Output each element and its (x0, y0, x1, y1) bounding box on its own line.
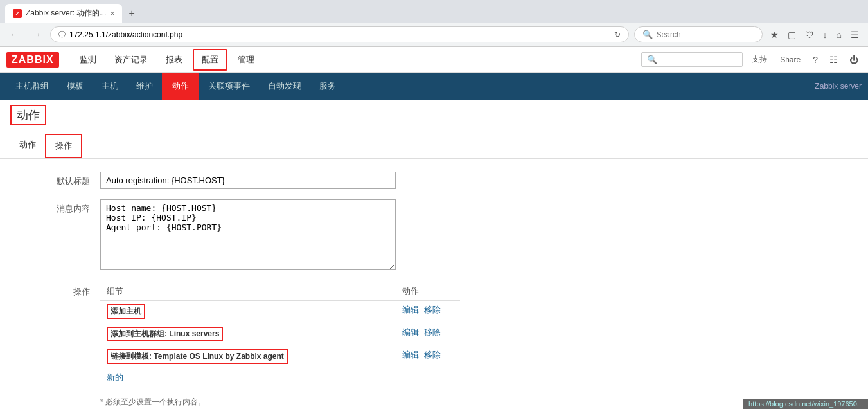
form-content: 默认标题 消息内容 Host name: {HOST.HOST} Host IP… (0, 159, 868, 409)
subnav-hostgroups[interactable]: 主机群组 (6, 74, 58, 98)
header-search-icon: 🔍 (647, 55, 657, 64)
op-edit-2[interactable]: 编辑 (402, 327, 419, 337)
tabs-bar: 动作 操作 (0, 134, 868, 159)
nav-item-admin[interactable]: 管理 (230, 50, 262, 69)
nav-item-monitor[interactable]: 监测 (72, 50, 104, 69)
zabbix-logo: ZABBIX (6, 52, 59, 68)
page-title: 动作 (10, 105, 46, 125)
op-item-2: 添加到主机群组: Linux servers (107, 327, 223, 341)
browser-search-input[interactable] (657, 30, 754, 39)
table-row: 添加主机 编辑 移除 (100, 301, 460, 324)
nav-item-assets[interactable]: 资产记录 (107, 50, 155, 69)
subnav-hosts[interactable]: 主机 (93, 74, 127, 98)
operations-table: 细节 动作 添加主机 编辑 移除 (100, 282, 460, 386)
search-icon: 🔍 (642, 30, 653, 39)
message-content-row: 消息内容 Host name: {HOST.HOST} Host IP: {HO… (10, 199, 858, 272)
browser-nav-bar: ← → ⓘ ↻ 🔍 ★ ▢ 🛡 ↓ ⌂ ☰ (0, 23, 868, 46)
logout-icon[interactable]: ⏻ (846, 53, 862, 66)
message-content-textarea[interactable]: Host name: {HOST.HOST} Host IP: {HOST.IP… (100, 199, 396, 270)
address-input[interactable] (69, 30, 610, 39)
nav-item-config[interactable]: 配置 (193, 49, 227, 71)
op-edit-1[interactable]: 编辑 (402, 305, 419, 314)
col-header-detail: 细节 (100, 282, 396, 301)
op-actions-1: 编辑 移除 (396, 301, 460, 324)
default-title-input[interactable] (100, 172, 396, 189)
subnav-templates[interactable]: 模板 (58, 74, 93, 98)
header-search-input[interactable] (660, 55, 737, 64)
default-title-label: 默认标题 (10, 172, 100, 187)
col-header-action: 动作 (396, 282, 460, 301)
tab-operations[interactable]: 操作 (45, 134, 82, 158)
app-header: ZABBIX 监测 资产记录 报表 配置 管理 🔍 支持 Share ? ☷ ⏻ (0, 47, 868, 73)
new-link-cell: 新的 (100, 368, 460, 386)
new-link-row: 新的 (100, 368, 460, 386)
subnav-maintenance[interactable]: 维护 (127, 74, 162, 98)
home-icon[interactable]: ⌂ (834, 28, 844, 41)
message-content-label: 消息内容 (10, 199, 100, 215)
subnav-autodiscovery[interactable]: 自动发现 (259, 74, 310, 98)
tab-title: Zabbix server: 动作的... (26, 8, 106, 19)
share-button[interactable]: Share (776, 54, 804, 66)
subnav-correlated-events[interactable]: 关联项事件 (199, 74, 259, 98)
browser-chrome: Z Zabbix server: 动作的... × + ← → ⓘ ↻ 🔍 ★ … (0, 0, 868, 47)
op-detail-3: 链接到模板: Template OS Linux by Zabbix agent (100, 346, 396, 368)
lock-icon: ⓘ (58, 30, 66, 39)
op-edit-3[interactable]: 编辑 (402, 350, 419, 359)
default-title-field (100, 172, 858, 189)
menu-icon[interactable]: ☰ (848, 28, 862, 41)
operations-label: 操作 (10, 282, 100, 298)
op-item-1: 添加主机 (107, 304, 145, 319)
op-detail-1: 添加主机 (100, 301, 396, 324)
table-row: 链接到模板: Template OS Linux by Zabbix agent… (100, 346, 460, 368)
op-item-3: 链接到模板: Template OS Linux by Zabbix agent (107, 349, 288, 364)
main-nav: 监测 资产记录 报表 配置 管理 (72, 49, 642, 71)
server-label: Zabbix server (815, 75, 862, 97)
op-remove-1[interactable]: 移除 (424, 305, 441, 314)
default-title-row: 默认标题 (10, 172, 858, 189)
operations-table-wrapper: 细节 动作 添加主机 编辑 移除 (100, 282, 858, 386)
user-icon[interactable]: ☷ (826, 53, 841, 66)
browser-search-bar: 🔍 (634, 26, 763, 42)
tab-close-button[interactable]: × (110, 9, 114, 18)
tab-favicon: Z (13, 9, 22, 18)
new-tab-button[interactable]: + (125, 6, 138, 21)
back-button[interactable]: ← (6, 28, 23, 42)
table-row: 添加到主机群组: Linux servers 编辑 移除 (100, 323, 460, 346)
download-icon[interactable]: ↓ (820, 28, 830, 41)
message-content-field: Host name: {HOST.HOST} Host IP: {HOST.IP… (100, 199, 858, 272)
op-remove-2[interactable]: 移除 (424, 327, 441, 337)
op-actions-2: 编辑 移除 (396, 323, 460, 346)
browser-nav-icons: ★ ▢ 🛡 ↓ ⌂ ☰ (768, 28, 862, 41)
reader-icon[interactable]: ▢ (785, 28, 799, 41)
tab-actions[interactable]: 动作 (10, 134, 45, 158)
help-icon[interactable]: ? (810, 53, 821, 66)
op-actions-3: 编辑 移除 (396, 346, 460, 368)
new-operation-link[interactable]: 新的 (107, 372, 123, 382)
subnav-actions[interactable]: 动作 (162, 73, 199, 100)
bookmark-icon[interactable]: ★ (768, 28, 781, 41)
forward-button[interactable]: → (28, 28, 45, 42)
operations-row: 操作 细节 动作 添加主机 编辑 移除 (10, 282, 858, 386)
status-bar: https://blog.csdn.net/wixin_197650... (743, 399, 868, 409)
op-detail-2: 添加到主机群组: Linux servers (100, 323, 396, 346)
browser-tab-bar: Z Zabbix server: 动作的... × + (0, 0, 868, 23)
header-search: 🔍 (641, 52, 743, 67)
subnav-services[interactable]: 服务 (310, 74, 345, 98)
nav-item-reports[interactable]: 报表 (158, 50, 190, 69)
page-title-bar: 动作 (0, 100, 868, 131)
sub-nav: 主机群组 模板 主机 维护 动作 关联项事件 自动发现 服务 Zabbix se… (0, 73, 868, 100)
support-button[interactable]: 支持 (748, 53, 771, 66)
browser-tab[interactable]: Z Zabbix server: 动作的... × (5, 4, 122, 23)
address-bar: ⓘ ↻ (50, 26, 629, 42)
refresh-button[interactable]: ↻ (614, 30, 621, 39)
pocket-icon[interactable]: 🛡 (802, 28, 817, 41)
op-remove-3[interactable]: 移除 (424, 350, 441, 359)
header-right: 🔍 支持 Share ? ☷ ⏻ (641, 52, 862, 67)
